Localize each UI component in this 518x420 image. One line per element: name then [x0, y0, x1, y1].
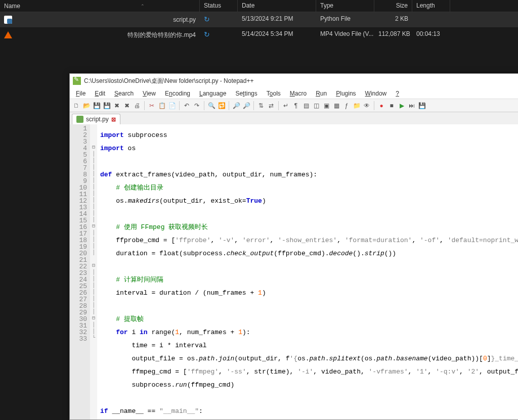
zoom-out-icon[interactable]: 🔎: [242, 101, 251, 110]
editor-pane: 1234567891011121314151617181920212223242…: [70, 124, 518, 419]
separator: [229, 101, 229, 110]
col-status[interactable]: Status: [200, 0, 238, 12]
doc-list-icon[interactable]: ▦: [332, 101, 341, 110]
file-explorer: Name⌃ Status Date Type Size Length scrip…: [0, 0, 518, 42]
explorer-header: Name⌃ Status Date Type Size Length: [0, 0, 518, 12]
copy-icon[interactable]: 📋: [157, 101, 166, 110]
file-type: Python File: [316, 12, 374, 27]
close-all-icon[interactable]: ✖: [122, 101, 132, 110]
close-tab-icon[interactable]: ⊠: [111, 116, 116, 123]
code-area[interactable]: import subprocess import os def extract_…: [97, 124, 518, 419]
menu-encoding[interactable]: Encoding: [161, 89, 194, 98]
sort-caret-icon: ⌃: [141, 4, 145, 9]
menu-edit[interactable]: Edit: [91, 89, 109, 98]
func-list-icon[interactable]: ƒ: [342, 101, 351, 110]
window-title: C:\Users\losto\OneDrive\桌面\New folder\sc…: [84, 77, 253, 85]
doc-map-icon[interactable]: ▣: [322, 101, 331, 110]
menu-help[interactable]: ?: [392, 89, 403, 98]
file-size: 112,087 KB: [374, 27, 412, 42]
folder-icon[interactable]: 📁: [352, 101, 361, 110]
menu-language[interactable]: Language: [195, 89, 230, 98]
file-type: MP4 Video File (V...: [316, 27, 374, 42]
cut-icon[interactable]: ✂: [147, 101, 156, 110]
lang-icon[interactable]: ◫: [312, 101, 321, 110]
close-icon[interactable]: ✖: [112, 101, 121, 110]
file-length: [412, 12, 450, 27]
stop-icon[interactable]: ■: [387, 101, 396, 110]
tab-label: script.py: [86, 116, 109, 123]
menu-window[interactable]: Window: [361, 89, 391, 98]
tab-script-py[interactable]: script.py ⊠: [72, 114, 120, 124]
python-file-icon: [4, 16, 12, 24]
separator: [253, 101, 254, 110]
monitor-icon[interactable]: 👁: [362, 101, 371, 110]
file-date: 5/14/2024 5:34 PM: [238, 27, 316, 42]
save-all-icon[interactable]: 💾: [102, 101, 111, 110]
zoom-in-icon[interactable]: 🔎: [232, 101, 241, 110]
open-file-icon[interactable]: 📂: [82, 101, 91, 110]
sync-v-icon[interactable]: ⇅: [256, 101, 266, 110]
file-size: 2 KB: [374, 12, 412, 27]
play-icon[interactable]: ▶: [397, 101, 406, 110]
menu-settings[interactable]: Settings: [231, 89, 261, 98]
fold-column[interactable]: ⊟│││││││││││⊟││││⊟│││││││⊟││└: [90, 124, 97, 419]
print-icon[interactable]: 🖨: [133, 101, 142, 110]
col-size[interactable]: Size: [374, 0, 412, 12]
title-bar[interactable]: C:\Users\losto\OneDrive\桌面\New folder\sc…: [70, 74, 518, 88]
menu-run[interactable]: Run: [312, 89, 331, 98]
separator: [278, 101, 279, 110]
table-row[interactable]: script.py ↻ 5/13/2024 9:21 PM Python Fil…: [0, 12, 518, 27]
table-row[interactable]: 特别的爱给特别的你.mp4 ↻ 5/14/2024 5:34 PM MP4 Vi…: [0, 27, 518, 42]
separator: [144, 101, 145, 110]
all-chars-icon[interactable]: ¶: [291, 101, 300, 110]
menu-macro[interactable]: Macro: [286, 89, 311, 98]
find-icon[interactable]: 🔍: [207, 101, 216, 110]
menu-file[interactable]: File: [72, 89, 90, 98]
menu-search[interactable]: Search: [110, 89, 138, 98]
file-length: 00:04:13: [412, 27, 450, 42]
paste-icon[interactable]: 📄: [167, 101, 177, 110]
save-macro-icon[interactable]: 💾: [417, 101, 426, 110]
new-file-icon[interactable]: 🗋: [72, 101, 81, 110]
undo-icon[interactable]: ↶: [182, 101, 191, 110]
sync-h-icon[interactable]: ⇄: [267, 101, 276, 110]
separator: [179, 101, 180, 110]
redo-icon[interactable]: ↷: [192, 101, 201, 110]
replace-icon[interactable]: 🔁: [217, 101, 226, 110]
tab-bar: script.py ⊠: [70, 112, 518, 124]
file-icon: [76, 116, 83, 123]
separator: [374, 101, 374, 110]
menu-tools[interactable]: Tools: [263, 89, 285, 98]
sync-icon: ↻: [204, 15, 210, 23]
file-name: 特别的爱给特别的你.mp4: [127, 31, 196, 39]
vlc-file-icon: [4, 31, 12, 38]
save-icon[interactable]: 💾: [92, 101, 101, 110]
sync-icon: ↻: [204, 30, 210, 38]
indent-guide-icon[interactable]: ▤: [301, 101, 311, 110]
col-name[interactable]: Name⌃: [0, 0, 200, 12]
notepad-plus-plus-icon: [73, 77, 81, 85]
toolbar: 🗋 📂 💾 💾 ✖ ✖ 🖨 ✂ 📋 📄 ↶ ↷ 🔍 🔁 🔎 🔎 ⇅ ⇄ ↵ ¶ …: [70, 99, 518, 112]
menu-view[interactable]: View: [139, 89, 160, 98]
menu-bar: File Edit Search View Encoding Language …: [70, 88, 518, 99]
notepad-plus-plus-window: C:\Users\losto\OneDrive\桌面\New folder\sc…: [69, 73, 518, 420]
file-name: script.py: [173, 16, 196, 23]
line-numbers: 1234567891011121314151617181920212223242…: [70, 124, 90, 419]
separator: [204, 101, 204, 110]
file-date: 5/13/2024 9:21 PM: [238, 12, 316, 27]
play-multi-icon[interactable]: ⏭: [407, 101, 416, 110]
menu-plugins[interactable]: Plugins: [332, 89, 360, 98]
col-date[interactable]: Date: [238, 0, 316, 12]
wordwrap-icon[interactable]: ↵: [281, 101, 290, 110]
col-length[interactable]: Length: [412, 0, 450, 12]
record-icon[interactable]: ●: [377, 101, 386, 110]
col-type[interactable]: Type: [316, 0, 374, 12]
